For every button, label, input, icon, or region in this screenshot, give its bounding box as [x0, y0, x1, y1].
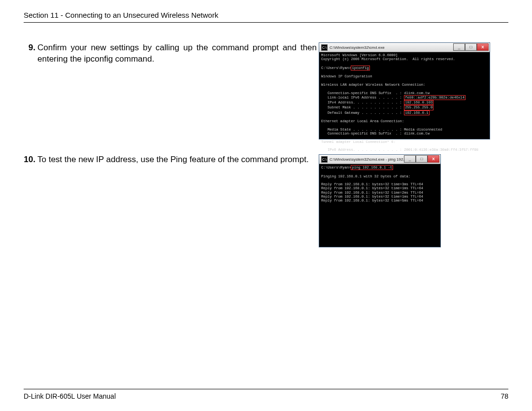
step-9-number: 9.: [24, 42, 35, 65]
step-10-text: 10. To test the new IP address, use the …: [24, 154, 317, 166]
ipconfig-highlight: ipconfig: [351, 66, 370, 70]
step-10-number: 10.: [24, 154, 35, 166]
step-9-row: 9. Confirm your new settings by calling …: [24, 42, 508, 139]
cmd-window-ipconfig: C:\ C:\Windows\system32\cmd.exe _ □ X Mi…: [319, 42, 490, 139]
cmd-icon: C:\: [321, 44, 328, 51]
titlebar: C:\ C:\Windows\system32\cmd.exe - ping 1…: [319, 155, 440, 164]
minimize-button[interactable]: _: [453, 43, 465, 51]
ping-cmd-highlight: ping 192.168.0.1 -t: [351, 165, 393, 170]
section-header: Section 11 - Connecting to an Unsecured …: [24, 11, 508, 22]
close-button[interactable]: X: [428, 155, 439, 163]
header-rule: [24, 22, 508, 23]
window-title: C:\Windows\system32\cmd.exe: [330, 45, 385, 50]
titlebar: C:\ C:\Windows\system32\cmd.exe _ □ X: [319, 43, 490, 52]
maximize-button[interactable]: □: [416, 155, 428, 163]
ipv6-highlight: fe80::adf2:e29b:902e:de46x14: [404, 95, 466, 100]
page-content: 9. Confirm your new settings by calling …: [24, 42, 508, 247]
step-9-body: Confirm your new settings by calling up …: [37, 42, 317, 65]
mask-highlight: 255.255.255.0: [404, 105, 433, 110]
screenshot-ipconfig: C:\ C:\Windows\system32\cmd.exe _ □ X Mi…: [319, 42, 490, 139]
footer-product: D-Link DIR-605L User Manual: [24, 392, 116, 400]
ipv4-highlight: 192.168.0.103: [404, 100, 433, 105]
maximize-button[interactable]: □: [465, 43, 477, 51]
manual-page: Section 11 - Connecting to an Unsecured …: [0, 0, 532, 411]
minimize-button[interactable]: _: [404, 155, 416, 163]
step-9-text: 9. Confirm your new settings by calling …: [24, 42, 317, 65]
screenshot-ping: C:\ C:\Windows\system32\cmd.exe - ping 1…: [319, 154, 441, 247]
page-number: 78: [500, 392, 508, 400]
step-10-row: 10. To test the new IP address, use the …: [24, 154, 508, 247]
gateway-highlight: 192.168.0.1: [404, 110, 429, 115]
step-10-body: To test the new IP address, use the Ping…: [37, 154, 317, 166]
terminal-output: C:\Users\Ryan>ping 192.168.0.1 -t Pingin…: [319, 164, 440, 247]
terminal-output: Microsoft Windows [Version 6.0.6000] Cop…: [319, 52, 490, 139]
cmd-icon: C:\: [321, 156, 328, 163]
page-footer: D-Link DIR-605L User Manual 78: [24, 389, 508, 400]
cmd-window-ping: C:\ C:\Windows\system32\cmd.exe - ping 1…: [319, 154, 441, 247]
close-button[interactable]: X: [477, 43, 489, 51]
